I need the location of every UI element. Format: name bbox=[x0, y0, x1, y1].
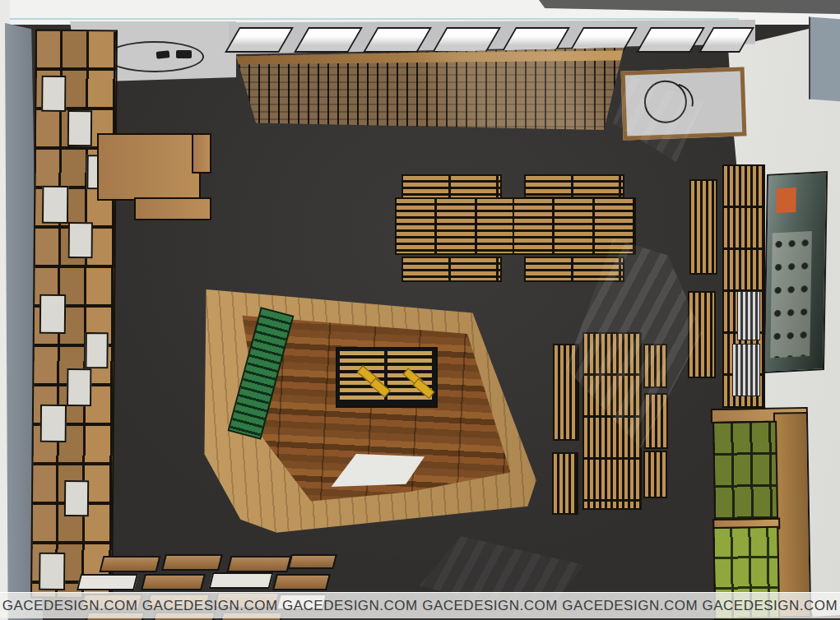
display-table-low bbox=[287, 554, 336, 569]
bench bbox=[643, 451, 667, 498]
slat-screen-highlight bbox=[407, 46, 624, 132]
watermark-text: GACEDESIGN.COM bbox=[702, 598, 838, 614]
watermark-text: GACEDESIGN.COM bbox=[562, 598, 698, 614]
desk-top-wing bbox=[192, 133, 211, 174]
cubby-white bbox=[39, 294, 66, 334]
hanging-slat-screen bbox=[230, 46, 624, 132]
display-table-low bbox=[161, 554, 223, 571]
platform-display-table bbox=[336, 347, 438, 408]
cubby-white bbox=[42, 186, 68, 224]
bench bbox=[552, 452, 578, 515]
perimeter-cubby-bookshelf bbox=[30, 30, 118, 599]
reading-table-group-left bbox=[393, 173, 518, 280]
table-item bbox=[176, 50, 192, 58]
green-locker-shelf bbox=[711, 405, 812, 620]
watermark-text: GACEDESIGN.COM bbox=[142, 598, 278, 614]
watermark-text: GACEDESIGN.COM bbox=[282, 598, 418, 614]
central-wood-platform bbox=[196, 276, 540, 538]
display-table-low bbox=[226, 556, 291, 572]
desk-top-main bbox=[97, 133, 201, 201]
wall-trim-line bbox=[0, 18, 739, 20]
gray-blue-corner-panel bbox=[809, 17, 840, 102]
poster-orange-logo bbox=[776, 187, 796, 213]
desk-top-return bbox=[134, 197, 211, 220]
display-table-low bbox=[209, 572, 274, 589]
table-item bbox=[156, 50, 170, 59]
display-table-low bbox=[99, 556, 160, 572]
cubby-white bbox=[40, 405, 67, 442]
display-table-low bbox=[77, 574, 138, 590]
cubby-white bbox=[67, 110, 92, 146]
magazine-rack bbox=[732, 344, 760, 396]
vertical-table-set-right bbox=[686, 161, 768, 408]
wall-poster bbox=[763, 171, 828, 373]
cubby-white bbox=[39, 553, 65, 590]
watermark-text: GACEDESIGN.COM bbox=[2, 598, 138, 614]
display-table-low bbox=[272, 574, 331, 590]
watermark-text: GACEDESIGN.COM bbox=[422, 598, 558, 614]
cubby-white bbox=[85, 332, 108, 368]
cubby-white bbox=[68, 222, 93, 258]
shelf-green-cells-upper bbox=[712, 421, 778, 522]
bench bbox=[401, 174, 502, 199]
render-canvas: GACEDESIGN.COM GACEDESIGN.COM GACEDESIGN… bbox=[0, 0, 840, 620]
cubby-white bbox=[41, 76, 66, 112]
bench bbox=[689, 179, 717, 275]
display-table-low bbox=[141, 574, 206, 590]
cubby-white bbox=[67, 368, 91, 406]
service-desk bbox=[92, 123, 211, 219]
cubby-white bbox=[64, 480, 89, 516]
reading-table bbox=[395, 197, 518, 255]
magazine-rack bbox=[737, 291, 760, 340]
bench bbox=[524, 174, 624, 198]
watermark-bar: GACEDESIGN.COM GACEDESIGN.COM GACEDESIGN… bbox=[0, 592, 840, 618]
poster-menu-grid bbox=[770, 231, 812, 358]
